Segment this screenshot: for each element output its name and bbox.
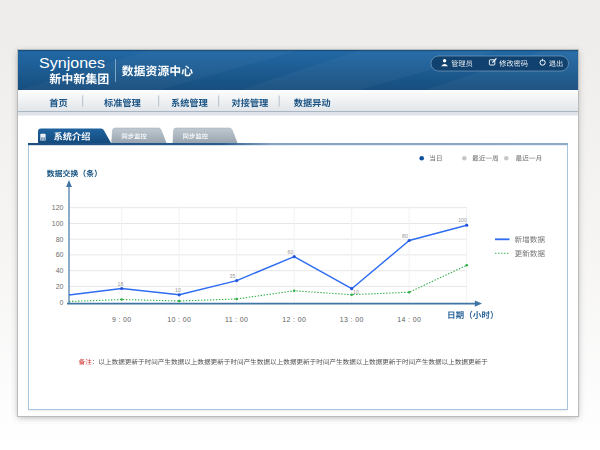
svg-text:60: 60 <box>288 249 294 255</box>
svg-text:Synjones: Synjones <box>39 55 105 71</box>
svg-text:60: 60 <box>56 251 64 258</box>
svg-text:100: 100 <box>458 217 467 223</box>
svg-text:80: 80 <box>402 233 408 239</box>
svg-text:12 : 00: 12 : 00 <box>282 316 306 323</box>
svg-text:9 : 00: 9 : 00 <box>112 316 132 323</box>
svg-text:14 : 00: 14 : 00 <box>397 316 421 323</box>
svg-text:80: 80 <box>56 236 64 243</box>
svg-text:40: 40 <box>56 267 64 274</box>
svg-text:100: 100 <box>52 220 64 227</box>
svg-text:13 : 00: 13 : 00 <box>340 316 364 323</box>
svg-text:0: 0 <box>60 299 64 306</box>
svg-text:10: 10 <box>175 287 181 293</box>
svg-text:35: 35 <box>230 273 236 279</box>
svg-text:10 : 00: 10 : 00 <box>167 316 191 323</box>
svg-text:20: 20 <box>56 283 64 290</box>
svg-text:11 : 00: 11 : 00 <box>225 316 248 323</box>
svg-text:18: 18 <box>118 281 124 287</box>
svg-text:120: 120 <box>52 204 64 211</box>
